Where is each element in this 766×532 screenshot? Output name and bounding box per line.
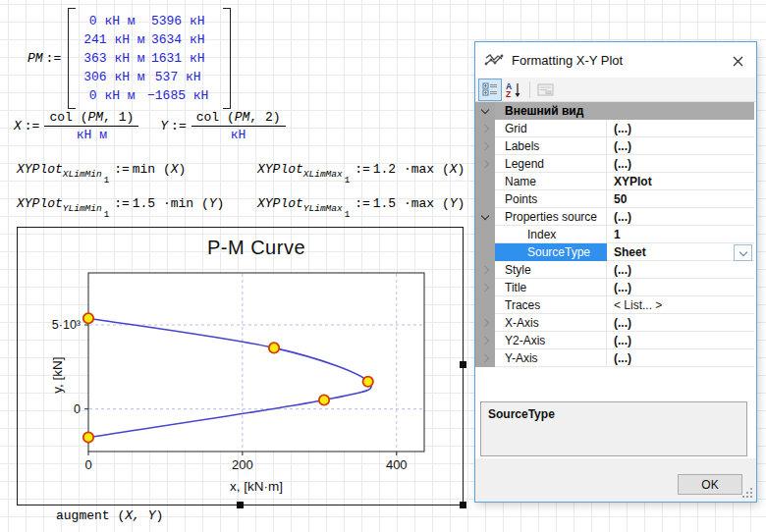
property-name: Points bbox=[495, 190, 607, 208]
limit-index: 1 bbox=[345, 176, 350, 186]
mathcad-worksheet: PM := 0 кН м5396 кН 241 кН м3634 кН 363 … bbox=[0, 0, 766, 532]
resize-handle-right[interactable] bbox=[460, 361, 466, 368]
dialog-titlebar[interactable]: Formatting X-Y Plot bbox=[475, 42, 756, 78]
property-row-legend[interactable]: Legend(...) bbox=[475, 155, 754, 173]
matrix: 0 кН м5396 кН 241 кН м3634 кН 363 кН м16… bbox=[68, 8, 231, 109]
dropdown-button[interactable] bbox=[734, 244, 752, 261]
property-value[interactable]: (...) bbox=[607, 349, 754, 367]
property-value[interactable]: (...) bbox=[607, 120, 754, 137]
xy-plot-region[interactable]: P-M Curve x, [kN·m] y, [kN] 0200400 5·10… bbox=[17, 227, 464, 505]
col-func: col ( bbox=[49, 110, 87, 125]
property-value[interactable]: (...) bbox=[607, 155, 754, 173]
limit-var: XYPlot bbox=[17, 162, 63, 177]
y-fraction: col (PM, 2) кН bbox=[192, 110, 286, 142]
property-name: Name bbox=[495, 173, 607, 190]
chevron-right-icon[interactable] bbox=[481, 336, 489, 344]
limit-factor: 1.5 · bbox=[373, 196, 411, 211]
svg-text:Z: Z bbox=[506, 89, 511, 98]
property-value[interactable]: < List... > bbox=[607, 296, 754, 314]
x-tick-label: 400 bbox=[386, 457, 408, 472]
property-row-points[interactable]: Points50 bbox=[475, 190, 754, 208]
xlimmin-region[interactable]: XYPlotXLimMin1:=min (X) bbox=[17, 162, 186, 186]
dialog-footer: OK bbox=[475, 458, 756, 502]
col-arg-index: , 2) bbox=[249, 110, 280, 125]
limit-func: min bbox=[171, 196, 193, 211]
chevron-right-icon[interactable] bbox=[481, 353, 489, 361]
limit-subscript: YLimMax bbox=[303, 203, 343, 214]
x-axis-label[interactable]: x, [kN·m] bbox=[88, 479, 424, 494]
resize-grip[interactable] bbox=[750, 496, 752, 498]
x-tick-label: 200 bbox=[232, 457, 253, 472]
chevron-right-icon[interactable] bbox=[481, 141, 489, 149]
property-row-x-axis[interactable]: X-Axis(...) bbox=[475, 314, 754, 332]
matrix-cell[interactable]: 363 кН м bbox=[83, 49, 140, 68]
property-name: Labels bbox=[495, 137, 607, 155]
property-row-y-axis[interactable]: Y-Axis(...) bbox=[475, 349, 754, 367]
property-row-sourcetype[interactable]: SourceTypeSheet bbox=[475, 243, 754, 261]
category-row-appearance[interactable]: Внешний вид bbox=[475, 102, 754, 120]
property-value[interactable]: 50 bbox=[607, 190, 754, 208]
limit-arg: Y bbox=[450, 196, 458, 211]
matrix-cell[interactable]: −1685 кН bbox=[140, 86, 215, 105]
property-row-index[interactable]: Index1 bbox=[475, 226, 754, 243]
limit-func: max bbox=[411, 196, 434, 211]
limit-var: XYPlot bbox=[257, 162, 303, 177]
property-row-title[interactable]: Title(...) bbox=[475, 279, 754, 296]
matrix-cell[interactable]: 5396 кН bbox=[140, 12, 215, 30]
x-tick-label: 0 bbox=[84, 457, 91, 472]
chevron-right-icon[interactable] bbox=[481, 124, 489, 132]
property-value[interactable]: (...) bbox=[607, 279, 754, 296]
chevron-right-icon[interactable] bbox=[481, 159, 489, 167]
property-row-y2-axis[interactable]: Y2-Axis(...) bbox=[475, 332, 754, 349]
matrix-cell[interactable]: 3634 кН bbox=[140, 30, 215, 49]
chevron-down-icon[interactable] bbox=[481, 211, 489, 219]
assign-operator: := bbox=[22, 119, 43, 133]
property-row-traces[interactable]: Traces< List... > bbox=[475, 296, 754, 314]
chevron-right-icon[interactable] bbox=[481, 318, 489, 326]
col-func: col ( bbox=[196, 110, 235, 125]
close-icon[interactable] bbox=[729, 52, 746, 70]
matrix-cell[interactable]: 1631 кН bbox=[140, 49, 215, 68]
property-value[interactable]: (...) bbox=[607, 208, 754, 226]
matrix-cell[interactable]: 537 кН bbox=[140, 68, 215, 86]
property-row-name[interactable]: NameXYPlot bbox=[475, 173, 754, 190]
assign-operator: := bbox=[352, 162, 373, 177]
chevron-right-icon[interactable] bbox=[481, 265, 489, 273]
matrix-cell[interactable]: 306 кН м bbox=[83, 68, 140, 86]
resize-handle-bottom[interactable] bbox=[237, 502, 244, 508]
property-value[interactable]: (...) bbox=[607, 332, 754, 349]
chevron-right-icon[interactable] bbox=[481, 283, 489, 291]
ylimmax-region[interactable]: XYPlotYLimMax1:=1.5 ·max (Y) bbox=[257, 196, 465, 220]
assign-operator: := bbox=[43, 51, 65, 66]
xlimmax-region[interactable]: XYPlotXLimMax1:=1.2 ·max (X) bbox=[257, 162, 465, 186]
matrix-cell[interactable]: 0 кН м bbox=[83, 12, 140, 30]
property-value[interactable]: XYPlot bbox=[607, 173, 754, 190]
ok-button[interactable]: OK bbox=[678, 474, 742, 495]
limit-subscript: YLimMin bbox=[63, 203, 102, 214]
property-value[interactable]: 1 bbox=[607, 226, 754, 243]
y-unit: кН bbox=[192, 127, 286, 142]
ylimmin-region[interactable]: XYPlotYLimMin1:=1.5 ·min (Y) bbox=[17, 196, 224, 220]
property-value[interactable]: (...) bbox=[607, 137, 754, 155]
sort-alphabetical-icon[interactable]: A Z bbox=[503, 80, 524, 100]
property-value[interactable]: (...) bbox=[607, 314, 754, 332]
categorized-view-icon[interactable] bbox=[478, 79, 502, 101]
property-name: SourceType bbox=[495, 243, 607, 261]
property-row-style[interactable]: Style(...) bbox=[475, 261, 754, 279]
property-row-labels[interactable]: Labels(...) bbox=[475, 137, 754, 155]
plot-title[interactable]: P-M Curve bbox=[88, 237, 424, 259]
property-row-grid[interactable]: Grid(...) bbox=[475, 120, 754, 137]
resize-handle-corner[interactable] bbox=[460, 502, 466, 508]
matrix-definition-region[interactable]: PM := 0 кН м5396 кН 241 кН м3634 кН 363 … bbox=[27, 8, 231, 109]
matrix-cell[interactable]: 0 кН м bbox=[83, 86, 140, 105]
property-value[interactable]: (...) bbox=[607, 261, 754, 279]
property-value[interactable]: Sheet bbox=[607, 243, 754, 261]
limit-var: XYPlot bbox=[17, 196, 63, 211]
augment-region[interactable]: augment (X, Y) bbox=[56, 508, 163, 523]
x-unit: кН м bbox=[44, 127, 138, 142]
property-row-properties-source[interactable]: Properties source(...) bbox=[475, 208, 754, 226]
limit-arg: X bbox=[171, 162, 179, 177]
matrix-cell[interactable]: 241 кН м bbox=[83, 30, 140, 49]
xy-definitions-region[interactable]: X := col (PM, 1) кН м Y := col (PM, 2) к… bbox=[14, 110, 288, 142]
chevron-down-icon[interactable] bbox=[481, 105, 489, 113]
